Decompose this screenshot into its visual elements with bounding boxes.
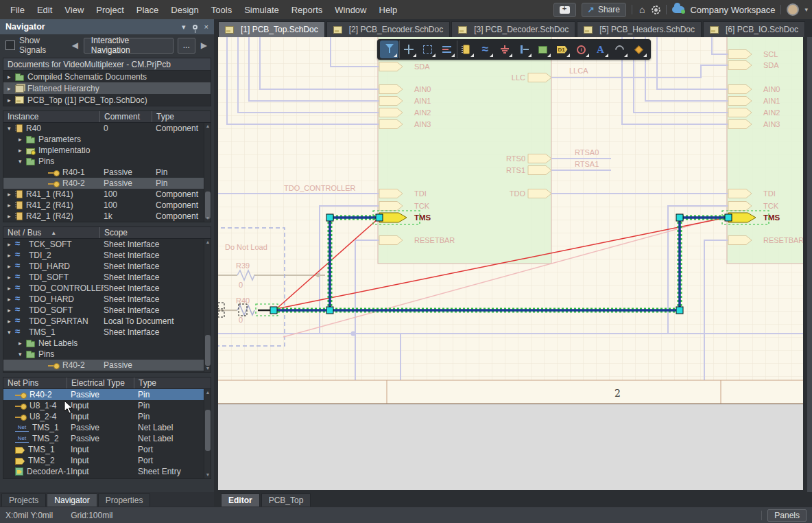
table-row[interactable]: ▸≈TDI_SOFTSheet Interface [3, 272, 211, 283]
share-button[interactable]: ↗ Share [582, 3, 626, 17]
expand-arrow-icon[interactable]: ▸ [8, 318, 15, 325]
menu-item-file[interactable]: File [4, 3, 31, 17]
sheet-entry[interactable] [379, 62, 403, 71]
table-scrollbar[interactable]: ▲▼ [204, 389, 211, 478]
vertex-handle[interactable] [326, 307, 333, 314]
text-icon[interactable]: A [591, 40, 610, 58]
avatar[interactable] [787, 3, 799, 16]
table-row[interactable]: TMS_2InputPort [3, 455, 211, 466]
sheet-entry[interactable] [728, 120, 752, 129]
sheet-entry[interactable] [379, 108, 403, 117]
expand-arrow-icon[interactable]: ▸ [8, 213, 15, 220]
table-row[interactable]: ▸R42_1 (R42)1kComponent [3, 211, 211, 222]
sheet-entry[interactable] [379, 97, 403, 106]
editor-tab-pcb_top[interactable]: PCB_Top [261, 493, 311, 507]
arc-icon[interactable] [610, 40, 629, 58]
table-scrollbar[interactable]: ▲▼ [204, 239, 211, 372]
expand-arrow-icon[interactable]: ▸ [8, 274, 15, 281]
sheet-entry[interactable] [379, 85, 403, 94]
document-tab[interactable]: [3] PCB_Decoder.SchDoc [451, 21, 575, 37]
column-header[interactable]: Net / Bus▲ [3, 227, 99, 238]
menu-item-simulate[interactable]: Simulate [238, 3, 285, 17]
crosshair-icon[interactable] [399, 40, 418, 58]
table-row[interactable]: ▸≈TDI_HARDSheet Interface [3, 261, 211, 272]
table-row[interactable]: R40-2PassivePin [3, 178, 211, 189]
menu-item-design[interactable]: Design [165, 3, 204, 17]
panels-button[interactable]: Panels [767, 509, 807, 522]
align-icon[interactable] [438, 40, 456, 58]
sheet-symbol-right[interactable] [727, 37, 803, 264]
sheet-entry[interactable] [528, 154, 551, 163]
expand-arrow-icon[interactable]: ▾ [19, 158, 26, 165]
sheet-entry[interactable] [728, 50, 752, 59]
menu-item-edit[interactable]: Edit [31, 3, 58, 17]
expand-arrow-icon[interactable]: ▸ [8, 307, 15, 314]
sheet-symbol-icon[interactable] [534, 40, 552, 58]
menu-item-window[interactable]: Window [329, 3, 372, 17]
home-icon[interactable]: ⌂ [638, 4, 646, 15]
expand-arrow-icon[interactable]: ▸ [8, 191, 15, 198]
expand-arrow-icon[interactable]: ▸ [8, 73, 15, 80]
no-erc-icon[interactable]: i [572, 40, 590, 58]
table-row[interactable]: ▸≈TDO_SOFTSheet Interface [3, 305, 211, 316]
expand-arrow-icon[interactable]: ▾ [8, 125, 15, 132]
net-label-llca[interactable]: LLCA [569, 67, 588, 75]
vertex-handle[interactable] [326, 214, 333, 221]
chevron-down-icon[interactable]: ▾ [804, 6, 808, 13]
column-header[interactable]: Type [134, 377, 202, 388]
table-row[interactable]: ▸R41_1 (R41)100Component [3, 189, 211, 200]
table-row[interactable]: NetTMS_1PassiveNet Label [3, 422, 211, 433]
filter-icon[interactable] [380, 40, 398, 58]
table-row[interactable]: ▾≈TMS_1Sheet Interface [3, 327, 211, 338]
table-row[interactable]: ▸≈TDO_SPARTANLocal To Document [3, 316, 211, 327]
table-row[interactable]: U8_2-4InputPin [3, 411, 211, 422]
table-row[interactable]: ▸Parameters [3, 134, 211, 145]
column-header[interactable]: Electrical Type [67, 377, 134, 388]
table-scrollbar[interactable]: ▲▼ [204, 123, 211, 222]
table-row[interactable]: ▸R41_2 (R41)100Component [3, 200, 211, 211]
scroll-up-icon[interactable]: ▲ [204, 239, 211, 246]
close-icon[interactable]: × [204, 23, 208, 31]
scroll-down-icon[interactable]: ▼ [204, 472, 211, 478]
table-row[interactable]: ▾Pins [3, 349, 211, 360]
scroll-up-icon[interactable]: ▲ [204, 123, 211, 130]
panel-menu-icon[interactable]: ▾ [182, 23, 186, 32]
table-row[interactable]: U8_1-4InputPin [3, 400, 211, 411]
scroll-down-icon[interactable]: ▼ [204, 215, 211, 222]
expand-arrow-icon[interactable]: ▸ [19, 340, 26, 347]
sheet-entry[interactable] [728, 189, 752, 198]
expand-arrow-icon[interactable]: ▸ [8, 97, 15, 104]
sheet-entry[interactable] [379, 236, 403, 245]
expand-arrow-icon[interactable]: ▸ [8, 296, 15, 303]
expand-arrow-icon[interactable]: ▸ [8, 202, 15, 209]
column-header[interactable]: Scope [99, 227, 209, 238]
editor-tab-editor[interactable]: Editor [221, 493, 260, 507]
table-row[interactable]: TMS_1InputPort [3, 444, 211, 455]
panel-tab-navigator[interactable]: Navigator [47, 493, 97, 507]
sheet-entry[interactable] [728, 85, 752, 94]
column-header[interactable]: Instance [3, 111, 99, 122]
pin-icon[interactable] [514, 40, 533, 58]
document-tab[interactable]: [2] PCB_Encoder.SchDoc [326, 21, 450, 37]
expand-arrow-icon[interactable]: ▸ [8, 252, 15, 259]
panel-tab-projects[interactable]: Projects [1, 493, 46, 507]
area-select-icon[interactable] [418, 40, 437, 58]
sheet-entry[interactable] [728, 202, 752, 211]
table-row[interactable]: ▾Pins [3, 156, 211, 167]
gnd-port-icon[interactable] [495, 40, 514, 58]
menu-item-place[interactable]: Place [130, 3, 165, 17]
junction-icon[interactable] [630, 40, 648, 58]
table-row[interactable]: R40-2PassivePin [3, 389, 211, 400]
wire-icon[interactable]: ≈ [476, 40, 494, 58]
table-row[interactable]: ▸≈TDO_HARDSheet Interface [3, 294, 211, 305]
comment-button[interactable] [553, 3, 576, 17]
show-signals-checkbox[interactable] [5, 40, 15, 50]
table-row[interactable]: ▸Implementatio [3, 145, 211, 156]
expand-arrow-icon[interactable]: ▸ [8, 285, 15, 292]
vertex-handle[interactable] [725, 214, 732, 221]
sheet-entry[interactable] [728, 61, 752, 70]
sheet-entry[interactable] [528, 166, 551, 175]
menu-item-tools[interactable]: Tools [205, 3, 238, 17]
scrollbar-thumb[interactable] [205, 335, 211, 366]
scroll-down-icon[interactable]: ▼ [204, 365, 211, 372]
